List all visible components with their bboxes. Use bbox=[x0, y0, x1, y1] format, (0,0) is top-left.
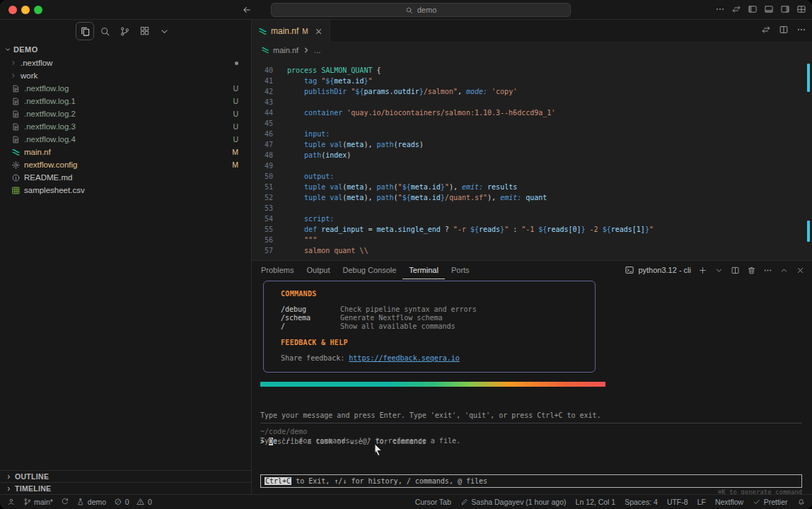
back-icon[interactable] bbox=[242, 5, 252, 15]
panel-tab-ports[interactable]: Ports bbox=[445, 261, 476, 279]
code-line-53[interactable]: 53 bbox=[252, 203, 805, 213]
statusbar-indentation[interactable]: Spaces: 4 bbox=[625, 498, 658, 506]
file-item-nextflow-log-3[interactable]: .nextflow.log.3U bbox=[0, 120, 251, 133]
maximize-panel-button[interactable] bbox=[779, 266, 789, 275]
statusbar-right: Cursor TabSasha Dagayev (1 hour ago)Ln 1… bbox=[415, 498, 805, 506]
statusbar-formatter[interactable]: Prettier bbox=[753, 498, 787, 506]
chevron-up-icon bbox=[779, 266, 789, 275]
terminal-profile-picker-button[interactable] bbox=[714, 266, 724, 275]
panel-action-buttons bbox=[698, 266, 805, 275]
chevron-right-icon bbox=[10, 72, 17, 79]
close-panel-button[interactable] bbox=[796, 266, 805, 275]
activity-explorer[interactable] bbox=[76, 22, 94, 40]
statusbar-profile-demo[interactable]: demo bbox=[76, 498, 106, 506]
code-line-47[interactable]: 47 tuple val(meta), path(reads) bbox=[252, 139, 805, 150]
statusbar-git-blame[interactable]: Sasha Dagayev (1 hour ago) bbox=[460, 498, 567, 506]
command-row-debug: /debugCheck pipeline syntax and errors bbox=[281, 305, 595, 314]
file-item-nextflow-log-4[interactable]: .nextflow.log.4U bbox=[0, 133, 251, 146]
code-line-48[interactable]: 48 path(index) bbox=[252, 150, 805, 160]
terminal-profile[interactable]: python3.12 - cli bbox=[625, 265, 691, 275]
code-line-55[interactable]: 55 def read_input = meta.single_end ? "-… bbox=[252, 224, 805, 235]
breadcrumb-file[interactable]: main.nf bbox=[273, 46, 298, 54]
statusbar-cursor-tab[interactable]: Cursor Tab bbox=[415, 498, 451, 506]
chevron-down-icon bbox=[159, 26, 170, 37]
code-line-51[interactable]: 51 tuple val(meta), path("${meta.id}"), … bbox=[252, 182, 805, 192]
statusbar-language-mode[interactable]: Nextflow bbox=[715, 498, 743, 506]
kill-terminal-button[interactable] bbox=[747, 266, 756, 275]
file-item-nextflow-config[interactable]: nextflow.configM bbox=[0, 158, 251, 171]
code-line-49[interactable]: 49 bbox=[252, 160, 805, 171]
more-actions-button[interactable] bbox=[796, 25, 806, 37]
person-icon bbox=[7, 498, 16, 506]
new-terminal-button[interactable] bbox=[698, 266, 707, 275]
panel-tab-problems[interactable]: Problems bbox=[255, 261, 300, 279]
code-line-50[interactable]: 50 output: bbox=[252, 171, 805, 182]
more-actions-button[interactable] bbox=[763, 266, 772, 275]
statusbar-warnings[interactable]: 0 bbox=[137, 498, 151, 506]
split-terminal-button[interactable] bbox=[731, 266, 740, 275]
code-line-42[interactable]: 42 publishDir "${params.outdir}/salmon",… bbox=[252, 86, 805, 97]
warning-icon bbox=[137, 498, 145, 506]
statusbar-git-branch[interactable]: main* bbox=[23, 498, 53, 506]
code-line-45[interactable]: 45 bbox=[252, 118, 805, 129]
tab-main-nf[interactable]: main.nf M bbox=[252, 20, 330, 42]
errors-label: 0 bbox=[125, 498, 129, 506]
zoom-window-button[interactable] bbox=[34, 6, 42, 14]
code-line-52[interactable]: 52 tuple val(meta), path("${meta.id}/qua… bbox=[252, 192, 805, 203]
code-line-54[interactable]: 54 script: bbox=[252, 213, 805, 224]
file-item-nextflow-log[interactable]: .nextflow.logU bbox=[0, 82, 251, 95]
toggle-panel-button[interactable] bbox=[764, 4, 774, 17]
toggle-secondary-sidebar-button[interactable] bbox=[780, 4, 790, 17]
open-changes-button[interactable] bbox=[761, 25, 771, 37]
command-center-search[interactable]: demo bbox=[271, 3, 571, 17]
file-item-work[interactable]: work bbox=[0, 69, 251, 82]
code-line-56[interactable]: 56 """ bbox=[252, 235, 805, 245]
panel: ProblemsOutputDebug ConsoleTerminalPorts… bbox=[252, 260, 812, 494]
outline-section[interactable]: OUTLINE bbox=[0, 470, 251, 482]
code-line-46[interactable]: 46 input: bbox=[252, 129, 805, 139]
customize-layout-button[interactable] bbox=[796, 4, 806, 17]
activity-additional-views[interactable] bbox=[155, 22, 173, 40]
close-tab-icon[interactable] bbox=[314, 27, 323, 36]
terminal-prompt-input[interactable]: > Describe a task or use / for commands bbox=[260, 438, 427, 445]
toggle-primary-sidebar-button[interactable] bbox=[748, 4, 758, 17]
timeline-section[interactable]: TIMELINE bbox=[0, 482, 251, 494]
activity-search[interactable] bbox=[95, 22, 114, 40]
feedback-label: Share feedback: bbox=[281, 354, 349, 362]
breadcrumb[interactable]: main.nf ... bbox=[252, 42, 812, 58]
minimize-window-button[interactable] bbox=[21, 6, 30, 14]
code-line-41[interactable]: 41 tag "${meta.id}" bbox=[252, 76, 805, 86]
file-item-nextflow[interactable]: .nextflow bbox=[0, 57, 251, 69]
split-editor-button[interactable] bbox=[779, 25, 789, 37]
breadcrumb-symbol[interactable]: ... bbox=[314, 46, 320, 54]
panel-tab-terminal[interactable]: Terminal bbox=[402, 261, 445, 279]
statusbar-sync[interactable] bbox=[61, 498, 69, 506]
statusbar-eol[interactable]: LF bbox=[697, 498, 706, 506]
explorer-section-header[interactable]: DEMO bbox=[4, 45, 38, 54]
activity-source-control[interactable] bbox=[115, 22, 134, 40]
statusbar-notifications[interactable] bbox=[797, 498, 806, 506]
more-button[interactable] bbox=[715, 4, 725, 17]
file-item-nextflow-log-1[interactable]: .nextflow.log.1U bbox=[0, 95, 251, 107]
activity-extensions[interactable] bbox=[135, 22, 153, 40]
code-line-43[interactable]: 43 bbox=[252, 97, 805, 107]
file-item-main-nf[interactable]: main.nfM bbox=[0, 146, 251, 158]
panel-tab-output[interactable]: Output bbox=[300, 261, 336, 279]
nextflow-icon bbox=[261, 46, 269, 54]
panel-tab-debug-console[interactable]: Debug Console bbox=[337, 261, 403, 279]
open-changes-button[interactable] bbox=[731, 4, 741, 17]
statusbar-cursor-position[interactable]: Ln 12, Col 1 bbox=[576, 498, 616, 506]
brand-gradient-bar bbox=[260, 382, 605, 387]
statusbar-errors[interactable]: 0 bbox=[114, 498, 129, 506]
close-window-button[interactable] bbox=[8, 6, 17, 14]
file-item-nextflow-log-2[interactable]: .nextflow.log.2U bbox=[0, 107, 251, 120]
file-item-readme-md[interactable]: README.md bbox=[0, 171, 251, 184]
nextflow-icon bbox=[258, 27, 267, 36]
statusbar-account[interactable] bbox=[7, 498, 16, 506]
file-item-samplesheet-csv[interactable]: samplesheet.csv bbox=[0, 184, 251, 197]
code-line-44[interactable]: 44 container 'quay.io/biocontainers/salm… bbox=[252, 107, 805, 118]
statusbar-encoding[interactable]: UTF-8 bbox=[667, 498, 688, 506]
feedback-link[interactable]: https://feedback.seqera.io bbox=[349, 354, 460, 362]
code-line-40[interactable]: 40process SALMON_QUANT { bbox=[252, 65, 805, 76]
code-line-57[interactable]: 57 salmon quant \\ bbox=[252, 245, 805, 256]
